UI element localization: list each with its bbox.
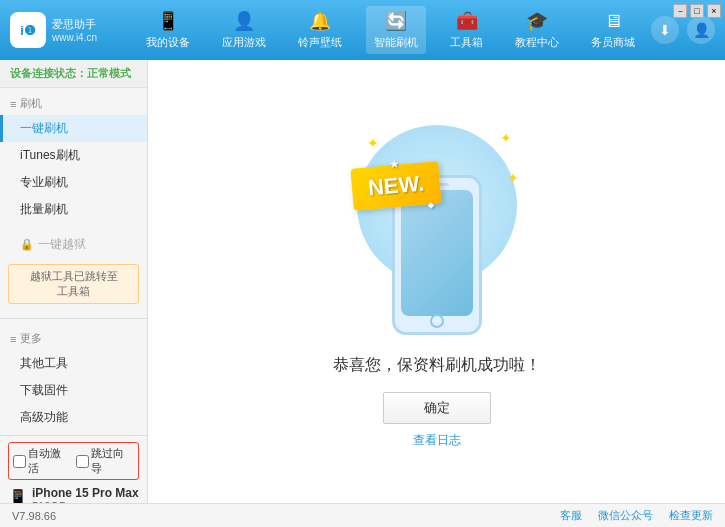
device-phone-icon: 📱 — [8, 488, 28, 503]
logo: i❶ 爱思助手 www.i4.cn — [10, 12, 110, 48]
maximize-button[interactable]: □ — [690, 4, 704, 18]
download-firmware-label: 下载固件 — [20, 382, 68, 399]
sidebar-item-one-click-flash[interactable]: 一键刷机 — [0, 115, 147, 142]
itunes-flash-label: iTunes刷机 — [20, 147, 80, 164]
nav-label-tutorial: 教程中心 — [515, 35, 559, 50]
nav-item-apps-games[interactable]: 👤 应用游戏 — [214, 6, 274, 54]
flash-group-header: ≡刷机 — [0, 92, 147, 115]
star-3: ✦ — [507, 170, 519, 186]
jailbreak-group: 🔒 一键越狱 越狱工具已跳转至 工具箱 — [0, 227, 147, 314]
my-device-icon: 📱 — [157, 10, 179, 32]
nav-label-ringtones: 铃声壁纸 — [298, 35, 342, 50]
logo-text: 爱思助手 www.i4.cn — [52, 17, 97, 43]
sidebar-item-jailbreak: 🔒 一键越狱 — [0, 231, 147, 258]
footer-link-customer[interactable]: 客服 — [560, 508, 582, 523]
user-button[interactable]: 👤 — [687, 16, 715, 44]
service-icon: 🖥 — [604, 11, 622, 32]
minimize-button[interactable]: － — [673, 4, 687, 18]
success-image: ✦ ✦ ✦ NEW. — [337, 115, 537, 335]
ringtones-icon: 🔔 — [309, 10, 331, 32]
batch-flash-label: 批量刷机 — [20, 201, 68, 218]
sidebar-item-itunes-flash[interactable]: iTunes刷机 — [0, 142, 147, 169]
device-storage: 512GB — [32, 500, 139, 503]
flash-group-label: 刷机 — [20, 96, 42, 111]
nav-item-my-device[interactable]: 📱 我的设备 — [138, 6, 198, 54]
footer-left: V7.98.66 — [12, 510, 56, 522]
nav-item-ringtones[interactable]: 🔔 铃声壁纸 — [290, 6, 350, 54]
sidebar-item-download-firmware[interactable]: 下载固件 — [0, 377, 147, 404]
advanced-label: 高级功能 — [20, 409, 68, 426]
main-nav: 📱 我的设备 👤 应用游戏 🔔 铃声壁纸 🔄 智能刷机 🧰 工具箱 🎓 教程中心… — [130, 6, 651, 54]
sidebar-item-advanced[interactable]: 高级功能 — [0, 404, 147, 431]
nav-label-toolbox: 工具箱 — [450, 35, 483, 50]
auto-activate-checkbox[interactable] — [13, 455, 26, 468]
header-actions: ⬇ 👤 — [651, 16, 715, 44]
auto-options: 自动激活 跳过向导 — [8, 442, 139, 480]
phone-screen — [401, 190, 473, 316]
nav-item-toolbox[interactable]: 🧰 工具箱 — [442, 6, 491, 54]
sidebar-item-pro-flash[interactable]: 专业刷机 — [0, 169, 147, 196]
other-tools-label: 其他工具 — [20, 355, 68, 372]
logo-name: 爱思助手 — [52, 17, 97, 32]
jailbreak-notice: 越狱工具已跳转至 工具箱 — [8, 264, 139, 304]
guided-setup-checkbox[interactable] — [76, 455, 89, 468]
success-text: 恭喜您，保资料刷机成功啦！ — [333, 355, 541, 376]
status-value: 正常模式 — [87, 67, 131, 79]
logo-icon: i❶ — [10, 12, 46, 48]
star-2: ✦ — [500, 130, 512, 146]
notice-line1: 越狱工具已跳转至 — [15, 269, 132, 284]
confirm-button[interactable]: 确定 — [383, 392, 491, 424]
footer: V7.98.66 客服 微信公众号 检查更新 — [0, 503, 725, 527]
sidebar-item-other-tools[interactable]: 其他工具 — [0, 350, 147, 377]
nav-item-service[interactable]: 🖥 务员商城 — [583, 7, 643, 54]
auto-activate-label[interactable]: 自动激活 — [13, 446, 72, 476]
device-info: 📱 iPhone 15 Pro Max 512GB iPhone — [8, 486, 139, 503]
status-label: 设备连接状态： — [10, 67, 87, 79]
jailbreak-label: 一键越狱 — [38, 236, 86, 253]
guided-setup-label[interactable]: 跳过向导 — [76, 446, 135, 476]
footer-right: 客服 微信公众号 检查更新 — [560, 508, 713, 523]
sidebar-bottom: 自动激活 跳过向导 📱 iPhone 15 Pro Max 512GB iPho… — [0, 435, 147, 503]
nav-item-smart-flash[interactable]: 🔄 智能刷机 — [366, 6, 426, 54]
device-name: iPhone 15 Pro Max — [32, 486, 139, 500]
phone-home-button — [430, 314, 444, 328]
toolbox-icon: 🧰 — [456, 10, 478, 32]
footer-link-wechat[interactable]: 微信公众号 — [598, 508, 653, 523]
log-link[interactable]: 查看日志 — [413, 432, 461, 449]
device-details: iPhone 15 Pro Max 512GB iPhone — [32, 486, 139, 503]
window-controls: － □ × — [673, 4, 721, 18]
nav-item-tutorial[interactable]: 🎓 教程中心 — [507, 6, 567, 54]
footer-version: V7.98.66 — [12, 510, 56, 522]
logo-url: www.i4.cn — [52, 32, 97, 43]
new-badge: NEW. — [350, 161, 442, 211]
nav-label-apps-games: 应用游戏 — [222, 35, 266, 50]
connection-status: 设备连接状态：正常模式 — [0, 60, 147, 88]
download-button[interactable]: ⬇ — [651, 16, 679, 44]
more-group: ≡更多 其他工具 下载固件 高级功能 — [0, 323, 147, 435]
pro-flash-label: 专业刷机 — [20, 174, 68, 191]
close-button[interactable]: × — [707, 4, 721, 18]
header: i❶ 爱思助手 www.i4.cn 📱 我的设备 👤 应用游戏 🔔 铃声壁纸 🔄… — [0, 0, 725, 60]
apps-games-icon: 👤 — [233, 10, 255, 32]
nav-label-my-device: 我的设备 — [146, 35, 190, 50]
notice-line2: 工具箱 — [15, 284, 132, 299]
one-click-flash-label: 一键刷机 — [20, 120, 68, 137]
sidebar: 设备连接状态：正常模式 ≡刷机 一键刷机 iTunes刷机 专业刷机 批量刷机 … — [0, 60, 148, 503]
nav-label-service: 务员商城 — [591, 35, 635, 50]
tutorial-icon: 🎓 — [526, 10, 548, 32]
nav-label-smart-flash: 智能刷机 — [374, 35, 418, 50]
more-group-header: ≡更多 — [0, 327, 147, 350]
content-area: ✦ ✦ ✦ NEW. 恭喜您，保资料刷机成功啦！ 确定 查看日志 — [148, 60, 725, 503]
more-group-label: 更多 — [20, 331, 42, 346]
sidebar-item-batch-flash[interactable]: 批量刷机 — [0, 196, 147, 223]
flash-group: ≡刷机 一键刷机 iTunes刷机 专业刷机 批量刷机 — [0, 88, 147, 227]
star-1: ✦ — [367, 135, 379, 151]
smart-flash-icon: 🔄 — [385, 10, 407, 32]
main-layout: 设备连接状态：正常模式 ≡刷机 一键刷机 iTunes刷机 专业刷机 批量刷机 … — [0, 60, 725, 503]
sidebar-divider — [0, 318, 147, 319]
footer-link-update[interactable]: 检查更新 — [669, 508, 713, 523]
